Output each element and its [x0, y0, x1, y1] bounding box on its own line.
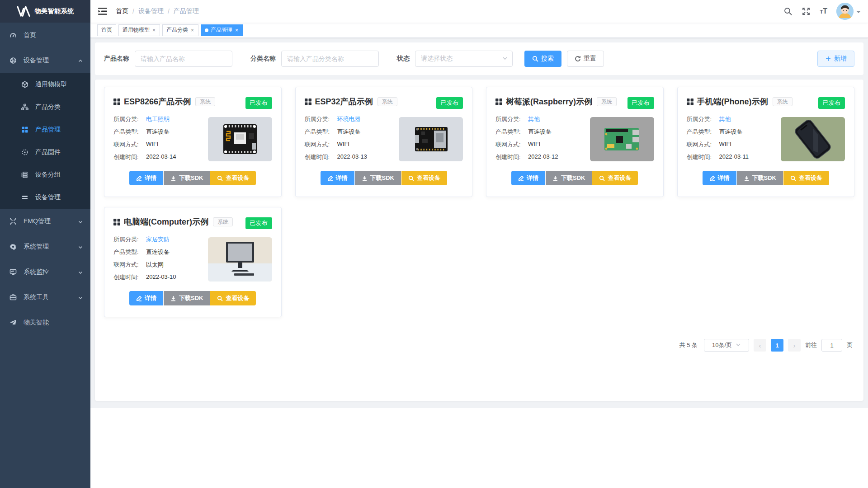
- sidebar-item-device-group[interactable]: 设备分组: [0, 164, 90, 186]
- page-size-select[interactable]: 10条/页: [704, 339, 749, 352]
- view-devices-button[interactable]: 查看设备: [783, 171, 829, 185]
- logo-icon: [17, 5, 30, 17]
- tab-close-icon[interactable]: ×: [235, 28, 239, 33]
- breadcrumb-home[interactable]: 首页: [116, 7, 128, 15]
- product-image-smartphone: [781, 117, 845, 161]
- category-link[interactable]: 其他: [528, 115, 540, 123]
- sidebar-item-thing-model[interactable]: 通用物模型: [0, 73, 90, 96]
- view-devices-button[interactable]: 查看设备: [401, 171, 447, 185]
- grid-icon: [687, 99, 693, 105]
- hamburger-icon[interactable]: [98, 7, 108, 15]
- sitemap-icon: [21, 103, 29, 111]
- breadcrumb-product-mgmt: 产品管理: [174, 7, 199, 15]
- product-title: 电脑端(Computer)示例: [124, 216, 208, 227]
- fullscreen-icon[interactable]: [802, 7, 811, 16]
- detail-button[interactable]: 详情: [129, 171, 163, 185]
- font-size-icon[interactable]: TT: [820, 7, 827, 15]
- system-tag: 系统: [195, 97, 215, 106]
- grid-icon: [305, 99, 311, 105]
- search-button[interactable]: 搜索: [524, 51, 561, 67]
- app-title: 物美智能系统: [35, 7, 74, 15]
- device-list-icon: [21, 193, 29, 202]
- detail-button[interactable]: 详情: [511, 171, 545, 185]
- product-image-esp32-board: [399, 117, 463, 161]
- product-image-desktop-monitor: [208, 237, 272, 282]
- sidebar-item-emq-mgmt[interactable]: EMQ管理: [0, 209, 90, 234]
- tab-3[interactable]: 产品管理 ×: [201, 24, 243, 36]
- category-link[interactable]: 电工照明: [146, 115, 170, 123]
- search-icon[interactable]: [783, 7, 793, 16]
- view-devices-button[interactable]: 查看设备: [210, 171, 256, 185]
- emq-icon: [9, 217, 17, 225]
- sidebar: 物美智能系统 首页 设备管理 通用物模型 产品分类 产品管理 产品固件 设备分组…: [0, 0, 90, 488]
- category-name-input[interactable]: [281, 51, 379, 67]
- product-name-input[interactable]: [135, 51, 232, 67]
- grid-icon: [113, 219, 120, 225]
- download-sdk-button[interactable]: 下载SDK: [737, 171, 783, 185]
- detail-button[interactable]: 详情: [703, 171, 736, 185]
- goto-page-input[interactable]: [821, 339, 842, 352]
- download-sdk-button[interactable]: 下载SDK: [546, 171, 592, 185]
- product-card: 电脑端(Computer)示例 系统 已发布 所属分类: 家居安防 产品类型: …: [104, 207, 282, 317]
- tab-close-icon[interactable]: ×: [190, 28, 194, 33]
- sidebar-item-system-mgmt[interactable]: 系统管理: [0, 234, 90, 259]
- product-card: ESP32产品示例 系统 已发布 所属分类: 环境电器 产品类型: 直连设备 联…: [295, 87, 473, 197]
- navbar-right: TT: [783, 3, 861, 20]
- status-badge: 已发布: [245, 217, 272, 229]
- app-main: 产品名称 分类名称 状态 请选择状态 搜索 重置: [90, 38, 868, 408]
- chevron-icon: [78, 244, 83, 249]
- prev-page-button[interactable]: ‹: [754, 339, 766, 352]
- product-title: ESP32产品示例: [315, 96, 373, 107]
- navbar: 首页 / 设备管理 / 产品管理 TT: [90, 0, 868, 23]
- chevron-icon: [78, 269, 83, 275]
- download-sdk-button[interactable]: 下载SDK: [355, 171, 401, 185]
- detail-button[interactable]: 详情: [129, 291, 163, 305]
- download-sdk-button[interactable]: 下载SDK: [164, 291, 210, 305]
- product-card: 树莓派(Raspberry)示例 系统 已发布 所属分类: 其他 产品类型: 直…: [486, 87, 664, 197]
- category-link[interactable]: 其他: [719, 115, 731, 123]
- avatar[interactable]: [836, 3, 854, 20]
- tab-2[interactable]: 产品分类 ×: [162, 24, 198, 36]
- status-label: 状态: [397, 55, 410, 63]
- system-tag: 系统: [213, 217, 233, 226]
- tab-1[interactable]: 通用物模型 ×: [118, 24, 160, 36]
- sidebar-item-product-mgmt[interactable]: 产品管理: [0, 118, 90, 141]
- add-button[interactable]: 新增: [817, 51, 854, 67]
- paper-plane-icon: [9, 319, 17, 327]
- page-number-1[interactable]: 1: [771, 339, 783, 352]
- download-sdk-button[interactable]: 下载SDK: [164, 171, 210, 185]
- app-logo[interactable]: 物美智能系统: [0, 0, 90, 23]
- product-title: 手机端(Phone)示例: [697, 96, 768, 107]
- tab-close-icon[interactable]: ×: [152, 28, 156, 33]
- sidebar-item-device-mgmt[interactable]: 设备管理: [0, 48, 90, 73]
- tab-0[interactable]: 首页: [97, 24, 116, 36]
- filter-bar: 产品名称 分类名称 状态 请选择状态 搜索 重置: [95, 42, 863, 75]
- active-dot: [205, 28, 208, 32]
- goto-label: 前往: [805, 341, 817, 349]
- status-badge: 已发布: [818, 97, 845, 109]
- status-select[interactable]: 请选择状态: [415, 51, 513, 67]
- sidebar-item-system-monitor[interactable]: 系统监控: [0, 259, 90, 285]
- category-link[interactable]: 环境电器: [337, 115, 361, 123]
- user-menu[interactable]: [836, 3, 861, 20]
- sidebar-item-wumei-smart[interactable]: 物美智能: [0, 310, 90, 335]
- sidebar-item-device-list[interactable]: 设备管理: [0, 186, 90, 209]
- breadcrumb-device-mgmt: 设备管理: [138, 7, 164, 15]
- device-icon: [9, 56, 17, 65]
- next-page-button[interactable]: ›: [788, 339, 801, 352]
- sidebar-item-home[interactable]: 首页: [0, 23, 90, 48]
- status-badge: 已发布: [245, 97, 272, 109]
- sidebar-item-system-tools[interactable]: 系统工具: [0, 285, 90, 310]
- category-link[interactable]: 家居安防: [146, 235, 170, 244]
- breadcrumb: 首页 / 设备管理 / 产品管理: [116, 7, 199, 15]
- view-devices-button[interactable]: 查看设备: [592, 171, 638, 185]
- reset-button[interactable]: 重置: [567, 51, 604, 67]
- chevron-icon: [78, 58, 83, 63]
- view-devices-button[interactable]: 查看设备: [210, 291, 256, 305]
- sidebar-item-product-category[interactable]: 产品分类: [0, 96, 90, 118]
- grid-icon: [21, 126, 29, 134]
- product-cards-grid: ESP8266产品示例 系统 已发布 所属分类: 电工照明 产品类型: 直连设备…: [104, 87, 854, 317]
- detail-button[interactable]: 详情: [321, 171, 354, 185]
- toolbox-icon: [9, 293, 17, 301]
- sidebar-item-product-firmware[interactable]: 产品固件: [0, 141, 90, 164]
